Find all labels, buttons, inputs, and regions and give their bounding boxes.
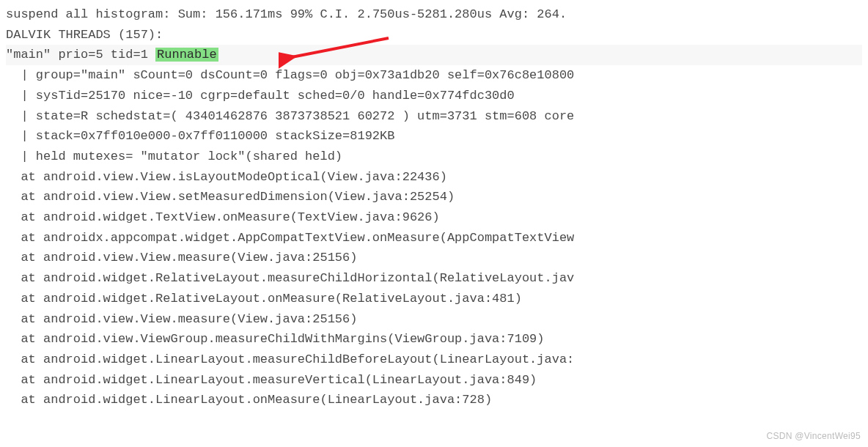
dalvik-threads-line: DALVIK THREADS (157):: [6, 25, 862, 45]
stack-frame-line: at android.widget.LinearLayout.measureCh…: [6, 350, 862, 370]
histogram-line: suspend all histogram: Sum: 156.171ms 99…: [6, 4, 862, 25]
stack-frame-line: at android.widget.LinearLayout.measureVe…: [6, 370, 862, 391]
stack-frame-line: at android.widget.LinearLayout.onMeasure…: [6, 390, 862, 410]
thread-detail-line: | sysTid=25170 nice=-10 cgrp=default sch…: [6, 86, 862, 106]
watermark-text: CSDN @VincentWei95: [766, 429, 861, 444]
thread-detail-line: | held mutexes= "mutator lock"(shared he…: [6, 147, 862, 167]
stack-frame-line: at android.widget.RelativeLayout.onMeasu…: [6, 289, 862, 309]
stack-frame-line: at android.widget.RelativeLayout.measure…: [6, 268, 862, 289]
thread-detail-line: | group="main" sCount=0 dsCount=0 flags=…: [6, 65, 862, 86]
thread-header-prefix: "main" prio=5 tid=1: [6, 48, 155, 62]
trace-output: suspend all histogram: Sum: 156.171ms 99…: [6, 4, 862, 410]
thread-state-highlight: Runnable: [155, 48, 218, 62]
thread-header-line: "main" prio=5 tid=1 Runnable: [6, 45, 862, 65]
stack-frame-line: at android.view.ViewGroup.measureChildWi…: [6, 329, 862, 350]
thread-detail-line: | state=R schedstat=( 43401462876 387373…: [6, 106, 862, 127]
stack-frame-line: at android.view.View.measure(View.java:2…: [6, 309, 862, 330]
stack-frame-line: at androidx.appcompat.widget.AppCompatTe…: [6, 228, 862, 248]
stack-frame-line: at android.view.View.measure(View.java:2…: [6, 248, 862, 268]
thread-detail-line: | stack=0x7ff010e000-0x7ff0110000 stackS…: [6, 126, 862, 147]
stack-frame-line: at android.widget.TextView.onMeasure(Tex…: [6, 207, 862, 228]
stack-frame-line: at android.view.View.setMeasuredDimensio…: [6, 187, 862, 207]
stack-frame-line: at android.view.View.isLayoutModeOptical…: [6, 167, 862, 188]
